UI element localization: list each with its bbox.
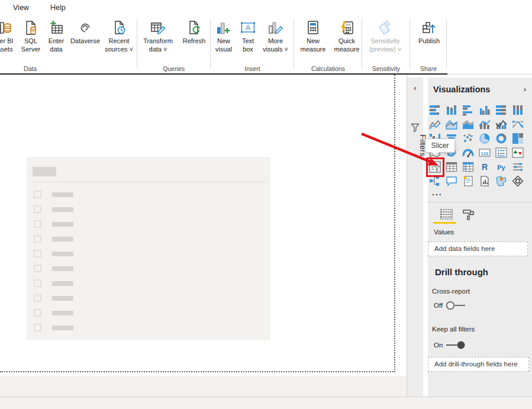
more-visuals-label: Morevisuals ˅ <box>263 37 288 53</box>
placeholder-label-bar <box>52 296 73 301</box>
transform-data-icon <box>150 20 166 36</box>
viz-icon-card[interactable]: 123 <box>478 146 491 159</box>
viz-icon-arcgis-map[interactable] <box>494 175 508 188</box>
placeholder-label-bar <box>52 237 73 241</box>
viz-icon-clustered-column-chart[interactable] <box>478 104 491 117</box>
tab-format[interactable] <box>463 209 475 223</box>
drill-through-fields-well[interactable]: Add drill-through fields here <box>428 357 529 372</box>
publish-label: Publish <box>418 37 440 46</box>
viz-icon-treemap[interactable] <box>511 132 524 145</box>
viz-icon-line-chart[interactable] <box>428 118 441 131</box>
viz-icon-scatter-chart[interactable] <box>461 132 475 145</box>
sql-server-button[interactable]: SQLServer <box>18 17 44 62</box>
new-visual-label: Newvisual <box>215 37 232 53</box>
paint-roller-icon <box>463 209 475 221</box>
ribbon-group-data: wer BItasetsSQLServerEnterdataDataverseR… <box>0 17 137 73</box>
viz-icon-python-visual[interactable]: Py <box>494 160 508 173</box>
viz-icon-smart-narrative[interactable] <box>461 175 475 188</box>
keep-all-filters-state: On <box>434 342 443 349</box>
viz-icon-donut-chart[interactable] <box>494 132 508 145</box>
sensitivity-button[interactable]: Sensitivity(preview) ˅ <box>362 17 408 62</box>
filters-pane-collapsed[interactable]: ‹ Filters <box>407 78 423 397</box>
viz-icon-ribbon-chart[interactable] <box>511 118 524 131</box>
refresh-label: Refresh <box>183 37 206 46</box>
viz-icon-key-influencers[interactable] <box>511 160 524 173</box>
placeholder-checkbox <box>34 294 41 302</box>
slicer-placeholder-row <box>33 246 265 261</box>
placeholder-label-bar <box>52 311 73 315</box>
tab-fields[interactable] <box>440 209 453 223</box>
ribbon-group-label: Insert <box>211 65 294 72</box>
viz-icon-paginated-report[interactable] <box>478 175 491 188</box>
keep-all-filters-label: Keep all filters <box>432 326 475 333</box>
viz-icon-clustered-bar-chart[interactable] <box>461 104 475 117</box>
data-fields-well[interactable]: Add data fields here <box>428 241 528 256</box>
keep-all-filters-toggle[interactable]: On <box>434 340 469 350</box>
viz-icon-stacked-bar-chart[interactable] <box>428 104 441 117</box>
publish-button[interactable]: Publish <box>412 17 446 62</box>
dataverse-button[interactable]: Dataverse <box>69 17 102 62</box>
ribbon: wer BItasetsSQLServerEnterdataDataverseR… <box>0 17 532 73</box>
placeholder-checkbox <box>34 191 41 198</box>
recent-sources-button[interactable]: Recentsources ˅ <box>102 17 136 62</box>
menu-help[interactable]: Help <box>50 4 66 12</box>
transform-data-label: Transformdata ˅ <box>143 37 173 53</box>
text-box-button[interactable]: ATextbox <box>237 17 259 62</box>
enter-data-button[interactable]: Enterdata <box>44 17 69 62</box>
viz-icon-stacked-area-chart[interactable] <box>461 118 475 131</box>
more-visuals-icon <box>268 20 283 36</box>
viz-icon-table[interactable] <box>444 160 458 173</box>
panel-section-divider <box>428 202 532 202</box>
pbi-datasets-icon <box>0 20 12 36</box>
transform-data-button[interactable]: Transformdata ˅ <box>137 17 179 62</box>
collapse-visualizations-chevron-icon[interactable]: › <box>524 85 526 94</box>
placeholder-checkbox <box>34 220 41 228</box>
canvas-bottom-gutter <box>0 376 407 397</box>
viz-icon-qna[interactable] <box>444 175 458 188</box>
new-measure-button[interactable]: Newmeasure <box>296 17 330 62</box>
publish-icon <box>421 20 437 36</box>
refresh-button[interactable]: Refresh <box>179 17 209 62</box>
drill-through-title: Drill through <box>435 267 488 277</box>
new-visual-icon <box>216 20 231 36</box>
cross-report-toggle[interactable]: Off <box>434 300 471 311</box>
viz-icon-kpi[interactable] <box>511 146 524 159</box>
viz-icon-power-apps[interactable] <box>511 175 524 188</box>
svg-text:R: R <box>481 162 487 172</box>
viz-icon-pie-chart[interactable] <box>478 132 491 145</box>
slicer-placeholder-row <box>33 202 265 217</box>
menu-bar: View Help <box>0 0 532 17</box>
viz-icon-stacked-bar-100[interactable] <box>494 104 508 117</box>
slicer-visual-placeholder[interactable] <box>27 157 270 340</box>
new-visual-button[interactable]: Newvisual <box>211 17 237 62</box>
sensitivity-icon <box>378 20 393 36</box>
power-bi-datasets-button[interactable]: wer BItasets <box>0 17 18 62</box>
viz-icon-r-script[interactable]: R <box>478 160 491 173</box>
expand-filters-chevron-icon[interactable]: ‹ <box>407 83 423 92</box>
more-visuals-button[interactable]: Morevisuals ˅ <box>259 17 292 62</box>
viz-icon-multi-row-card[interactable] <box>494 146 508 159</box>
ribbon-group-insert: NewvisualATextboxMorevisuals ˅Insert <box>211 17 294 73</box>
filter-funnel-icon <box>410 123 420 135</box>
text-box-label: Textbox <box>242 37 254 53</box>
ribbon-group-queries: Transformdata ˅RefreshQueries <box>137 17 211 73</box>
viz-icon-line-clustered-column-chart[interactable] <box>494 118 508 131</box>
viz-icon-stacked-column-100[interactable] <box>511 104 524 117</box>
new-measure-label: Newmeasure <box>301 37 326 53</box>
viz-icon-matrix[interactable] <box>461 160 475 173</box>
ribbon-group-sensitivity: Sensitivity(preview) ˅Sensitivity <box>362 17 410 73</box>
slicer-placeholder-row <box>33 217 265 231</box>
viz-icon-stacked-column-chart[interactable] <box>444 104 458 117</box>
slicer-placeholder-row <box>33 291 265 305</box>
quick-measure-button[interactable]: Quickmeasure <box>330 17 364 62</box>
toggle-on-icon <box>445 340 469 350</box>
menu-view[interactable]: View <box>13 4 29 12</box>
power-bi-datasets-label: wer BItasets <box>0 37 14 53</box>
get-more-visuals-button[interactable]: ... <box>432 188 443 197</box>
report-canvas-page: Select or drag fields to populate this v… <box>0 75 395 372</box>
enter-data-label: Enterdata <box>49 37 64 53</box>
viz-icon-line-stacked-column-chart[interactable] <box>478 118 491 131</box>
viz-icon-area-chart[interactable] <box>444 118 458 131</box>
toggle-off-icon <box>445 300 471 311</box>
viz-icon-gauge[interactable] <box>461 146 475 159</box>
